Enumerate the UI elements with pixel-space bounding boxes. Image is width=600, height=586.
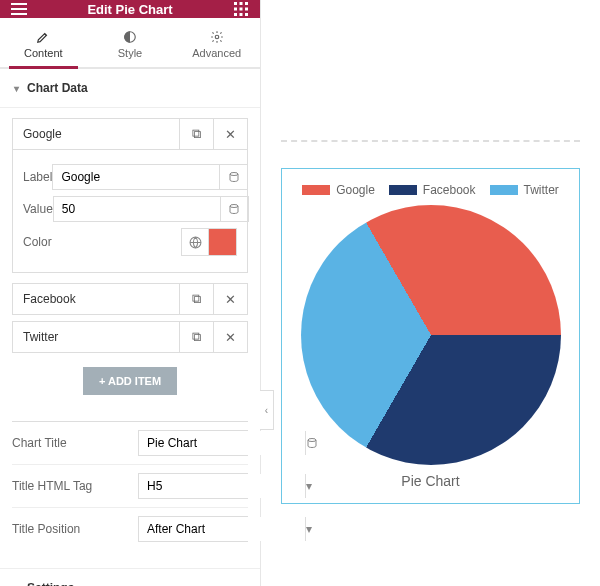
dynamic-tags-icon[interactable] — [220, 197, 248, 221]
menu-icon[interactable] — [10, 0, 28, 18]
svg-rect-0 — [234, 2, 237, 5]
field-label: Value — [23, 202, 53, 216]
globe-icon[interactable] — [181, 228, 209, 256]
preview-pane: ‹ Google Facebook Twitter Pie Chart — [261, 0, 600, 586]
field-label: Title HTML Tag — [12, 479, 138, 493]
color-input-wrap — [93, 228, 237, 256]
chart-legend: Google Facebook Twitter — [296, 183, 565, 197]
section-title: Chart Data — [27, 81, 88, 95]
close-icon[interactable]: ✕ — [213, 119, 247, 149]
field-label: Label — [23, 170, 52, 184]
value-input[interactable] — [54, 197, 220, 221]
close-icon[interactable]: ✕ — [213, 284, 247, 314]
control-label: Label — [23, 164, 237, 190]
section-chart-data[interactable]: ▾ Chart Data — [0, 69, 260, 108]
legend-label: Google — [336, 183, 375, 197]
tab-style[interactable]: Style — [87, 18, 174, 67]
duplicate-icon[interactable]: ⧉ — [179, 119, 213, 149]
section-settings[interactable]: ▸ Settings — [0, 568, 260, 586]
value-input-wrap — [53, 196, 249, 222]
svg-point-10 — [215, 35, 219, 39]
caret-down-icon: ▾ — [14, 83, 19, 94]
field-label: Chart Title — [12, 436, 138, 450]
section-title: Settings — [27, 581, 74, 586]
field-label: Title Position — [12, 522, 138, 536]
tab-label: Advanced — [192, 47, 241, 59]
svg-point-12 — [230, 205, 238, 208]
close-icon[interactable]: ✕ — [213, 322, 247, 352]
svg-point-11 — [230, 173, 238, 176]
label-input-wrap — [52, 164, 248, 190]
svg-rect-1 — [240, 2, 243, 5]
tab-content[interactable]: Content — [0, 18, 87, 67]
editor-sidebar: Edit Pie Chart Content Style Advanced ▾ … — [0, 0, 261, 586]
repeater-item-twitter[interactable]: Twitter ⧉ ✕ — [12, 321, 248, 353]
repeater-item-google[interactable]: Google ⧉ ✕ — [12, 118, 248, 150]
field-label: Color — [23, 235, 93, 249]
svg-rect-8 — [245, 13, 248, 16]
legend-swatch — [490, 185, 518, 195]
topbar: Edit Pie Chart — [0, 0, 260, 18]
item-title: Twitter — [13, 322, 179, 352]
control-value: Value — [23, 196, 237, 222]
tab-label: Content — [24, 47, 63, 59]
chart-options: Chart Title Title HTML Tag ▾ Title Posit… — [0, 421, 260, 568]
item-controls: Label Value Color — [12, 150, 248, 273]
tab-label: Style — [118, 47, 142, 59]
svg-rect-4 — [240, 8, 243, 11]
duplicate-icon[interactable]: ⧉ — [179, 322, 213, 352]
item-title: Facebook — [13, 284, 179, 314]
legend-item: Facebook — [389, 183, 476, 197]
caret-right-icon: ▸ — [14, 583, 19, 587]
position-select-wrap: ▾ — [138, 516, 248, 542]
svg-rect-2 — [245, 2, 248, 5]
control-color: Color — [23, 228, 237, 256]
chart-title-input-wrap — [138, 430, 248, 456]
svg-rect-6 — [234, 13, 237, 16]
svg-rect-7 — [240, 13, 243, 16]
chart-title: Pie Chart — [296, 473, 565, 489]
add-item-button[interactable]: + ADD ITEM — [83, 367, 177, 395]
legend-label: Facebook — [423, 183, 476, 197]
collapse-sidebar-icon[interactable]: ‹ — [260, 390, 274, 430]
dynamic-tags-icon[interactable] — [219, 165, 247, 189]
pie-chart-widget[interactable]: Google Facebook Twitter Pie Chart — [281, 168, 580, 504]
svg-rect-5 — [245, 8, 248, 11]
repeater-item-facebook[interactable]: Facebook ⧉ ✕ — [12, 283, 248, 315]
color-swatch[interactable] — [209, 228, 237, 256]
chart-data-panel: Google ⧉ ✕ Label Value — [0, 108, 260, 421]
legend-label: Twitter — [524, 183, 559, 197]
tab-advanced[interactable]: Advanced — [173, 18, 260, 67]
label-input[interactable] — [53, 165, 219, 189]
drop-zone-line — [281, 140, 580, 142]
legend-item: Twitter — [490, 183, 559, 197]
legend-item: Google — [302, 183, 375, 197]
item-title: Google — [13, 119, 179, 149]
svg-rect-3 — [234, 8, 237, 11]
legend-swatch — [389, 185, 417, 195]
option-html-tag: Title HTML Tag ▾ — [12, 464, 248, 507]
tabs: Content Style Advanced — [0, 18, 260, 69]
pie-chart — [301, 205, 561, 465]
option-title-position: Title Position ▾ — [12, 507, 248, 550]
duplicate-icon[interactable]: ⧉ — [179, 284, 213, 314]
option-chart-title: Chart Title — [12, 421, 248, 464]
panel-title: Edit Pie Chart — [28, 2, 232, 17]
legend-swatch — [302, 185, 330, 195]
apps-icon[interactable] — [232, 0, 250, 18]
html-tag-select-wrap: ▾ — [138, 473, 248, 499]
